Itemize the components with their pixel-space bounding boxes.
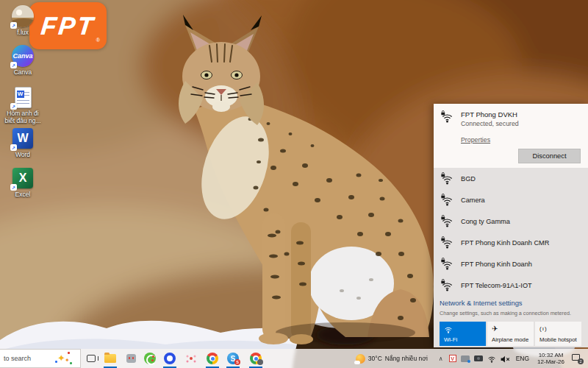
task-view-button[interactable] xyxy=(82,349,100,368)
desktop-icon-label: Word xyxy=(15,152,30,159)
wifi-network-name: BGD xyxy=(461,175,476,183)
clock-date: 12-Mar-26 xyxy=(537,358,564,365)
desktop-icon-word-document[interactable]: W Hôm anh đi biết đâu ng... xyxy=(1,85,44,124)
taskbar-file-explorer[interactable] xyxy=(101,349,120,368)
wifi-flyout-panel: FPT Phong DVKH Connected, secured Proper… xyxy=(434,104,588,347)
taskbar-coccoc-browser[interactable] xyxy=(140,349,159,368)
chrome-icon xyxy=(250,353,262,364)
taskbar: to search ✦✦ SS 30°C Nắng nhiều nơi xyxy=(0,349,588,368)
taskbar-skype[interactable]: SS xyxy=(223,349,243,368)
pinwheel-app-icon xyxy=(186,353,196,364)
taskbar-remote-device-app[interactable] xyxy=(121,349,140,368)
wifi-network-name: FPT Phong Kinh Doanh CMR xyxy=(461,239,549,247)
file-explorer-icon xyxy=(104,354,116,363)
airplane-icon: ✈ xyxy=(492,325,501,333)
search-input[interactable]: to search ✦✦ xyxy=(0,349,81,368)
coccoc-browser-icon xyxy=(144,353,156,364)
shortcut-arrow-icon xyxy=(10,22,17,29)
notification-badge: S xyxy=(234,359,240,365)
wifi-secured-icon xyxy=(441,172,453,185)
wifi-network-item[interactable]: FPT Phong Kinh Doanh CMR xyxy=(434,232,588,253)
action-center-button[interactable]: 2 xyxy=(572,354,582,363)
wifi-secured-icon xyxy=(441,194,453,206)
search-highlights-icon: ✦✦ xyxy=(54,352,74,367)
network-settings-caption: Change settings, such as making a connec… xyxy=(440,310,582,316)
taskbar-pink-app[interactable] xyxy=(182,349,201,368)
mobile-hotspot-icon: (ı) xyxy=(539,325,548,333)
airplane-mode-tile[interactable]: ✈ Airplane mode xyxy=(487,322,534,346)
taskbar-chrome-2[interactable] xyxy=(246,349,265,368)
shortcut-arrow-icon xyxy=(10,103,17,110)
skype-icon: SS xyxy=(227,353,239,364)
wifi-network-name: FPT Telecom-91A1-IOT xyxy=(461,282,532,289)
connected-network-item[interactable]: FPT Phong DVKH Connected, secured Proper… xyxy=(434,104,588,168)
wifi-secured-icon xyxy=(441,110,453,123)
tray-camera-icon[interactable] xyxy=(474,355,483,361)
desktop-icon-label: Excel xyxy=(15,191,31,199)
connected-network-name: FPT Phong DVKH xyxy=(461,110,519,118)
wifi-network-item[interactable]: BGD xyxy=(434,168,588,189)
fpt-logo-text: FPT xyxy=(40,12,96,40)
wifi-secured-icon xyxy=(441,215,453,227)
taskbar-ultraviewer[interactable] xyxy=(160,349,179,368)
properties-link[interactable]: Properties xyxy=(461,136,490,144)
wifi-network-item[interactable]: Cong ty Gamma xyxy=(434,210,588,232)
desktop-icon-label: Hôm anh đi biết đâu ng... xyxy=(2,110,43,124)
remote-device-icon xyxy=(126,354,136,363)
disconnect-button[interactable]: Disconnect xyxy=(518,149,581,163)
chrome-icon xyxy=(207,353,218,364)
tray-v-app-icon[interactable]: V xyxy=(449,355,456,362)
task-view-icon xyxy=(87,355,96,362)
show-hidden-icons-chevron[interactable]: ∧ xyxy=(439,355,443,362)
taskbar-chrome-1[interactable] xyxy=(203,349,222,368)
desktop: FPT ® f.lux Canva Canva W Hôm anh đ xyxy=(0,0,588,368)
wifi-network-item[interactable]: FPT Telecom-91A1-IOT xyxy=(434,275,588,296)
registered-mark: ® xyxy=(96,38,100,43)
shortcut-arrow-icon xyxy=(10,144,17,151)
desktop-icon-label: f.lux xyxy=(17,29,29,37)
tray-display-icon[interactable] xyxy=(461,355,470,362)
wifi-tile-label: Wi-Fi xyxy=(444,337,457,344)
connection-status: Connected, secured xyxy=(461,120,519,127)
profile-badge xyxy=(257,359,263,365)
temperature: 30°C xyxy=(368,355,382,362)
desktop-icon-word[interactable]: W Word xyxy=(1,127,44,159)
volume-muted-icon[interactable] xyxy=(501,354,510,363)
search-placeholder: to search xyxy=(4,355,31,362)
wifi-panel-footer: Network & Internet settings Change setti… xyxy=(434,294,588,347)
language-indicator[interactable]: ENG xyxy=(516,355,529,362)
shortcut-arrow-icon xyxy=(10,184,17,191)
wifi-icon xyxy=(444,325,453,333)
weather-description: Nắng nhiều nơi xyxy=(385,355,428,362)
wifi-secured-icon xyxy=(441,236,453,249)
wifi-network-list: BGD Camera Cong ty Gamma FPT Phong Kinh … xyxy=(434,168,588,296)
desktop-icon-canva[interactable]: Canva Canva xyxy=(1,44,44,77)
hotspot-tile-label: Mobile hotspot xyxy=(539,337,577,344)
notification-count-badge: 2 xyxy=(578,358,584,364)
clock-time: 10:32 AM xyxy=(537,352,564,358)
desktop-icon-flux[interactable]: f.lux xyxy=(1,4,44,37)
desktop-icon-excel[interactable]: X Excel xyxy=(1,166,44,199)
shortcut-arrow-icon xyxy=(10,62,17,68)
wifi-network-name: Cong ty Gamma xyxy=(461,218,510,225)
wifi-secured-icon xyxy=(441,258,453,270)
wifi-network-item[interactable]: Camera xyxy=(434,189,588,210)
wifi-secured-icon xyxy=(441,279,453,291)
mobile-hotspot-tile[interactable]: (ı) Mobile hotspot xyxy=(535,322,581,346)
network-settings-link[interactable]: Network & Internet settings xyxy=(440,299,582,307)
sun-weather-icon xyxy=(356,354,365,364)
system-tray: 30°C Nắng nhiều nơi ∧ V ENG 10:32 AM 12-… xyxy=(356,349,588,368)
airplane-tile-label: Airplane mode xyxy=(492,337,528,344)
ultraviewer-icon xyxy=(164,353,176,364)
wifi-tile[interactable]: Wi-Fi xyxy=(440,322,486,346)
weather-widget[interactable]: 30°C Nắng nhiều nơi xyxy=(356,354,428,364)
taskbar-clock[interactable]: 10:32 AM 12-Mar-26 xyxy=(537,352,564,365)
wifi-network-name: Camera xyxy=(461,197,485,204)
wifi-network-item[interactable]: FPT Phong Kinh Doanh xyxy=(434,253,588,275)
desktop-icon-label: Canva xyxy=(14,69,32,77)
wifi-network-name: FPT Phong Kinh Doanh xyxy=(461,261,532,268)
tray-wifi-icon[interactable] xyxy=(487,354,496,363)
